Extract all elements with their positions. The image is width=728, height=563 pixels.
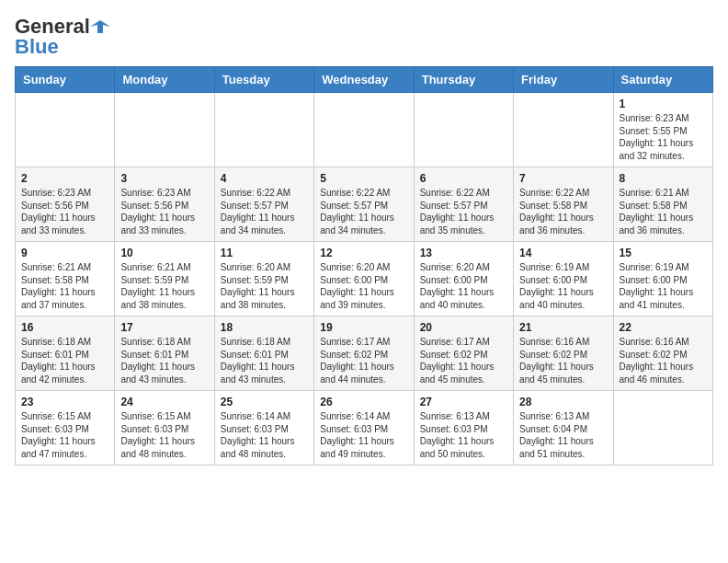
weekday-header-friday: Friday bbox=[514, 67, 613, 93]
calendar-cell: 24Sunrise: 6:15 AM Sunset: 6:03 PM Dayli… bbox=[115, 391, 214, 465]
calendar-cell: 18Sunrise: 6:18 AM Sunset: 6:01 PM Dayli… bbox=[214, 316, 313, 391]
day-info: Sunrise: 6:20 AM Sunset: 5:59 PM Dayligh… bbox=[221, 261, 308, 311]
calendar-cell: 25Sunrise: 6:14 AM Sunset: 6:03 PM Dayli… bbox=[214, 391, 313, 465]
day-info: Sunrise: 6:19 AM Sunset: 6:00 PM Dayligh… bbox=[519, 261, 607, 311]
day-number: 18 bbox=[221, 321, 308, 334]
day-number: 23 bbox=[21, 396, 108, 408]
calendar-cell: 9Sunrise: 6:21 AM Sunset: 5:58 PM Daylig… bbox=[16, 242, 115, 316]
calendar-cell: 12Sunrise: 6:20 AM Sunset: 6:00 PM Dayli… bbox=[314, 242, 414, 316]
day-info: Sunrise: 6:23 AM Sunset: 5:55 PM Dayligh… bbox=[620, 112, 707, 162]
calendar-cell: 13Sunrise: 6:20 AM Sunset: 6:00 PM Dayli… bbox=[414, 242, 513, 316]
weekday-header-sunday: Sunday bbox=[16, 67, 115, 93]
calendar-table: SundayMondayTuesdayWednesdayThursdayFrid… bbox=[15, 66, 713, 465]
day-info: Sunrise: 6:23 AM Sunset: 5:56 PM Dayligh… bbox=[21, 187, 108, 236]
weekday-header-thursday: Thursday bbox=[414, 67, 513, 93]
day-number: 13 bbox=[420, 247, 507, 259]
weekday-header-saturday: Saturday bbox=[613, 67, 712, 93]
calendar-cell bbox=[115, 93, 214, 167]
day-info: Sunrise: 6:22 AM Sunset: 5:57 PM Dayligh… bbox=[420, 187, 507, 236]
day-number: 19 bbox=[320, 321, 407, 334]
calendar-week-row: 16Sunrise: 6:18 AM Sunset: 6:01 PM Dayli… bbox=[16, 316, 713, 391]
calendar-cell: 10Sunrise: 6:21 AM Sunset: 5:59 PM Dayli… bbox=[115, 242, 214, 316]
day-number: 12 bbox=[320, 247, 407, 259]
day-number: 16 bbox=[21, 321, 108, 334]
logo-bird-icon bbox=[90, 17, 110, 37]
day-number: 21 bbox=[519, 321, 607, 334]
day-info: Sunrise: 6:17 AM Sunset: 6:02 PM Dayligh… bbox=[320, 336, 407, 385]
day-info: Sunrise: 6:18 AM Sunset: 6:01 PM Dayligh… bbox=[21, 336, 108, 385]
calendar-cell: 5Sunrise: 6:22 AM Sunset: 5:57 PM Daylig… bbox=[314, 167, 414, 242]
weekday-header-tuesday: Tuesday bbox=[214, 67, 313, 93]
calendar-cell: 4Sunrise: 6:22 AM Sunset: 5:57 PM Daylig… bbox=[214, 167, 313, 242]
calendar-cell: 7Sunrise: 6:22 AM Sunset: 5:58 PM Daylig… bbox=[514, 167, 613, 242]
day-info: Sunrise: 6:21 AM Sunset: 5:58 PM Dayligh… bbox=[21, 261, 108, 311]
calendar-cell: 16Sunrise: 6:18 AM Sunset: 6:01 PM Dayli… bbox=[16, 316, 115, 391]
day-number: 26 bbox=[320, 396, 407, 408]
calendar-cell: 1Sunrise: 6:23 AM Sunset: 5:55 PM Daylig… bbox=[613, 93, 712, 167]
day-info: Sunrise: 6:20 AM Sunset: 6:00 PM Dayligh… bbox=[420, 261, 507, 311]
day-number: 1 bbox=[620, 98, 707, 110]
day-number: 2 bbox=[21, 172, 108, 185]
day-number: 27 bbox=[420, 396, 507, 408]
day-info: Sunrise: 6:23 AM Sunset: 5:56 PM Dayligh… bbox=[120, 187, 208, 236]
calendar-cell: 14Sunrise: 6:19 AM Sunset: 6:00 PM Dayli… bbox=[514, 242, 613, 316]
day-number: 6 bbox=[420, 172, 507, 185]
day-info: Sunrise: 6:21 AM Sunset: 5:59 PM Dayligh… bbox=[120, 261, 208, 311]
calendar-header-row: SundayMondayTuesdayWednesdayThursdayFrid… bbox=[16, 67, 713, 93]
calendar-cell bbox=[613, 391, 712, 465]
calendar-cell: 26Sunrise: 6:14 AM Sunset: 6:03 PM Dayli… bbox=[314, 391, 414, 465]
calendar-week-row: 2Sunrise: 6:23 AM Sunset: 5:56 PM Daylig… bbox=[16, 167, 713, 242]
day-info: Sunrise: 6:14 AM Sunset: 6:03 PM Dayligh… bbox=[221, 410, 308, 460]
calendar-cell: 27Sunrise: 6:13 AM Sunset: 6:03 PM Dayli… bbox=[414, 391, 513, 465]
day-number: 24 bbox=[120, 396, 208, 408]
day-info: Sunrise: 6:22 AM Sunset: 5:57 PM Dayligh… bbox=[320, 187, 407, 236]
day-info: Sunrise: 6:14 AM Sunset: 6:03 PM Dayligh… bbox=[320, 410, 407, 460]
logo: General Blue bbox=[15, 15, 110, 59]
day-info: Sunrise: 6:20 AM Sunset: 6:00 PM Dayligh… bbox=[320, 261, 407, 311]
calendar-cell bbox=[514, 93, 613, 167]
day-number: 22 bbox=[620, 321, 707, 334]
day-number: 10 bbox=[120, 247, 208, 259]
calendar-cell: 15Sunrise: 6:19 AM Sunset: 6:00 PM Dayli… bbox=[613, 242, 712, 316]
calendar-cell: 3Sunrise: 6:23 AM Sunset: 5:56 PM Daylig… bbox=[115, 167, 214, 242]
calendar-cell: 23Sunrise: 6:15 AM Sunset: 6:03 PM Dayli… bbox=[16, 391, 115, 465]
weekday-header-wednesday: Wednesday bbox=[314, 67, 414, 93]
svg-marker-0 bbox=[90, 20, 110, 33]
calendar-cell bbox=[16, 93, 115, 167]
day-number: 20 bbox=[420, 321, 507, 334]
calendar-cell: 11Sunrise: 6:20 AM Sunset: 5:59 PM Dayli… bbox=[214, 242, 313, 316]
calendar-cell: 21Sunrise: 6:16 AM Sunset: 6:02 PM Dayli… bbox=[514, 316, 613, 391]
day-number: 8 bbox=[620, 172, 707, 185]
calendar-cell bbox=[414, 93, 513, 167]
calendar-cell: 2Sunrise: 6:23 AM Sunset: 5:56 PM Daylig… bbox=[16, 167, 115, 242]
day-info: Sunrise: 6:22 AM Sunset: 5:57 PM Dayligh… bbox=[221, 187, 308, 236]
calendar-cell: 8Sunrise: 6:21 AM Sunset: 5:58 PM Daylig… bbox=[613, 167, 712, 242]
calendar-cell: 6Sunrise: 6:22 AM Sunset: 5:57 PM Daylig… bbox=[414, 167, 513, 242]
calendar-cell: 19Sunrise: 6:17 AM Sunset: 6:02 PM Dayli… bbox=[314, 316, 414, 391]
day-number: 4 bbox=[221, 172, 308, 185]
calendar-week-row: 23Sunrise: 6:15 AM Sunset: 6:03 PM Dayli… bbox=[16, 391, 713, 465]
calendar-cell: 22Sunrise: 6:16 AM Sunset: 6:02 PM Dayli… bbox=[613, 316, 712, 391]
day-number: 17 bbox=[120, 321, 208, 334]
day-info: Sunrise: 6:15 AM Sunset: 6:03 PM Dayligh… bbox=[21, 410, 108, 460]
day-number: 9 bbox=[21, 247, 108, 259]
logo-blue: Blue bbox=[15, 35, 59, 59]
day-info: Sunrise: 6:16 AM Sunset: 6:02 PM Dayligh… bbox=[519, 336, 607, 385]
day-info: Sunrise: 6:13 AM Sunset: 6:04 PM Dayligh… bbox=[519, 410, 607, 460]
day-info: Sunrise: 6:22 AM Sunset: 5:58 PM Dayligh… bbox=[519, 187, 607, 236]
day-info: Sunrise: 6:15 AM Sunset: 6:03 PM Dayligh… bbox=[120, 410, 208, 460]
calendar-cell: 20Sunrise: 6:17 AM Sunset: 6:02 PM Dayli… bbox=[414, 316, 513, 391]
calendar-cell bbox=[214, 93, 313, 167]
day-info: Sunrise: 6:19 AM Sunset: 6:00 PM Dayligh… bbox=[620, 261, 707, 311]
day-number: 15 bbox=[620, 247, 707, 259]
calendar-week-row: 9Sunrise: 6:21 AM Sunset: 5:58 PM Daylig… bbox=[16, 242, 713, 316]
day-info: Sunrise: 6:16 AM Sunset: 6:02 PM Dayligh… bbox=[620, 336, 707, 385]
day-number: 25 bbox=[221, 396, 308, 408]
day-info: Sunrise: 6:18 AM Sunset: 6:01 PM Dayligh… bbox=[221, 336, 308, 385]
day-info: Sunrise: 6:18 AM Sunset: 6:01 PM Dayligh… bbox=[120, 336, 208, 385]
day-number: 28 bbox=[519, 396, 607, 408]
page-header: General Blue bbox=[15, 15, 713, 59]
calendar-week-row: 1Sunrise: 6:23 AM Sunset: 5:55 PM Daylig… bbox=[16, 93, 713, 167]
day-number: 5 bbox=[320, 172, 407, 185]
day-number: 3 bbox=[120, 172, 208, 185]
